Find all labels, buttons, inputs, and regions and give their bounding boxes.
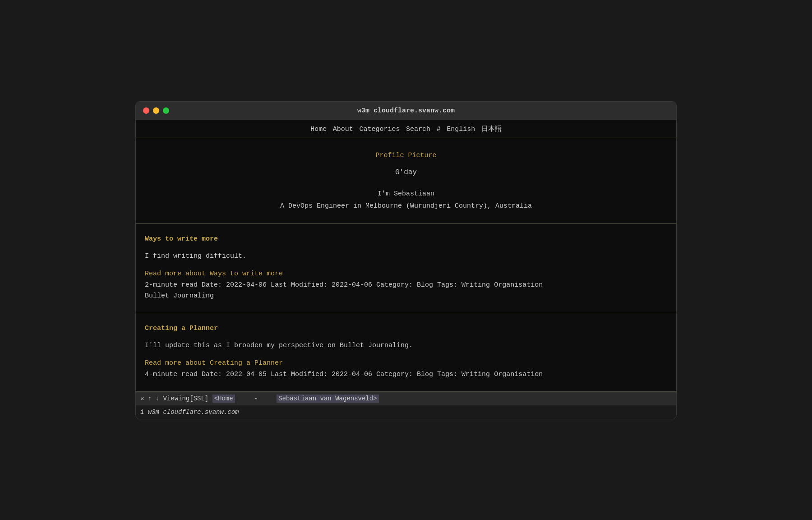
nav-search[interactable]: Search [406, 125, 430, 133]
taskbar: 1 w3m cloudflare.svanw.com [136, 405, 676, 419]
greeting: G'day [136, 168, 676, 176]
nav-japanese[interactable]: 日本語 [481, 125, 502, 133]
status-dash: - [254, 395, 258, 402]
status-page-title: <Home [212, 395, 235, 403]
taskbar-text: 1 w3m cloudflare.svanw.com [140, 409, 239, 416]
close-button[interactable] [143, 107, 149, 114]
article-ways-to-write-more: Ways to write more I find writing diffic… [136, 224, 676, 313]
article-2-read-more[interactable]: Read more about Creating a Planner [145, 359, 667, 367]
maximize-button[interactable] [163, 107, 169, 114]
status-viewing: Viewing[SSL] [163, 395, 208, 402]
browser-window: w3m cloudflare.svanw.com Home About Cate… [135, 101, 677, 419]
article-1-meta: 2-minute read Date: 2022-04-06 Last Modi… [145, 280, 667, 302]
nav-english[interactable]: English [447, 125, 475, 133]
nav-about[interactable]: About [333, 125, 353, 133]
article-1-excerpt: I find writing difficult. [145, 251, 667, 262]
article-1-title[interactable]: Ways to write more [145, 235, 667, 243]
article-2-meta: 4-minute read Date: 2022-04-05 Last Modi… [145, 369, 667, 380]
traffic-lights [143, 107, 169, 114]
profile-picture-link[interactable]: Profile Picture [136, 152, 676, 159]
intro-line2: A DevOps Engineer in Melbourne (Wurundje… [136, 200, 676, 212]
nav-hash[interactable]: # [437, 125, 441, 133]
nav-categories[interactable]: Categories [359, 125, 400, 133]
status-arrows: « ↑ ↓ [140, 395, 159, 402]
intro-line1: I'm Sebastiaan [136, 188, 676, 200]
intro: I'm Sebastiaan A DevOps Engineer in Melb… [136, 188, 676, 212]
status-site-title: Sebastiaan van Wagensveld> [277, 395, 378, 403]
article-creating-a-planner: Creating a Planner I'll update this as I… [136, 313, 676, 392]
status-bar: « ↑ ↓ Viewing[SSL] <Home - Sebastiaan va… [136, 392, 676, 405]
profile-section: Profile Picture G'day I'm Sebastiaan A D… [136, 138, 676, 224]
minimize-button[interactable] [153, 107, 159, 114]
nav-bar: Home About Categories Search # English 日… [136, 120, 676, 138]
article-2-excerpt: I'll update this as I broaden my perspec… [145, 340, 667, 351]
article-1-read-more[interactable]: Read more about Ways to write more [145, 270, 667, 278]
article-2-title[interactable]: Creating a Planner [145, 325, 667, 332]
main-content: Profile Picture G'day I'm Sebastiaan A D… [136, 138, 676, 392]
title-bar: w3m cloudflare.svanw.com [136, 102, 676, 120]
nav-home[interactable]: Home [310, 125, 327, 133]
window-title: w3m cloudflare.svanw.com [357, 107, 455, 115]
